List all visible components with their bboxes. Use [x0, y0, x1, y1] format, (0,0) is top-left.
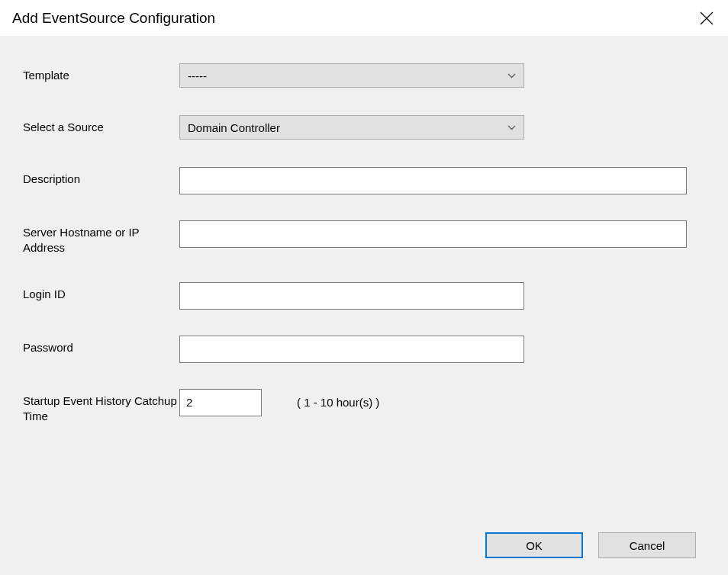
description-input[interactable]: [179, 167, 687, 194]
field-description: Description: [23, 167, 705, 194]
password-input[interactable]: [179, 336, 524, 363]
dialog-title: Add EventSource Configuration: [9, 10, 215, 27]
source-value: Domain Controller: [188, 121, 280, 134]
password-label: Password: [23, 336, 179, 355]
field-password: Password: [23, 336, 705, 363]
chevron-down-icon: [507, 71, 516, 80]
source-dropdown[interactable]: Domain Controller: [179, 115, 524, 140]
close-icon[interactable]: [699, 11, 714, 26]
hostname-label: Server Hostname or IP Address: [23, 220, 179, 256]
template-value: -----: [188, 69, 207, 82]
field-login: Login ID: [23, 282, 705, 310]
login-input[interactable]: [179, 282, 524, 310]
catchup-label: Startup Event History Catchup Time: [23, 389, 179, 425]
button-bar: OK Cancel: [23, 532, 705, 558]
form-area: Template ----- Select a Source Domain Co…: [23, 63, 705, 532]
titlebar: Add EventSource Configuration: [0, 0, 728, 36]
template-label: Template: [23, 68, 179, 83]
hostname-input[interactable]: [179, 220, 687, 248]
catchup-hint: ( 1 - 10 hour(s) ): [297, 396, 379, 409]
catchup-row: ( 1 - 10 hour(s) ): [179, 389, 379, 416]
dialog-body: Template ----- Select a Source Domain Co…: [0, 36, 728, 575]
ok-button[interactable]: OK: [485, 532, 583, 558]
field-hostname: Server Hostname or IP Address: [23, 220, 705, 256]
cancel-button[interactable]: Cancel: [598, 532, 696, 558]
login-label: Login ID: [23, 282, 179, 302]
description-label: Description: [23, 167, 179, 187]
field-source: Select a Source Domain Controller: [23, 115, 705, 140]
catchup-input[interactable]: [179, 389, 262, 416]
chevron-down-icon: [507, 123, 516, 132]
template-dropdown[interactable]: -----: [179, 63, 524, 88]
source-label: Select a Source: [23, 120, 179, 135]
field-catchup: Startup Event History Catchup Time ( 1 -…: [23, 389, 705, 425]
field-template: Template -----: [23, 63, 705, 88]
